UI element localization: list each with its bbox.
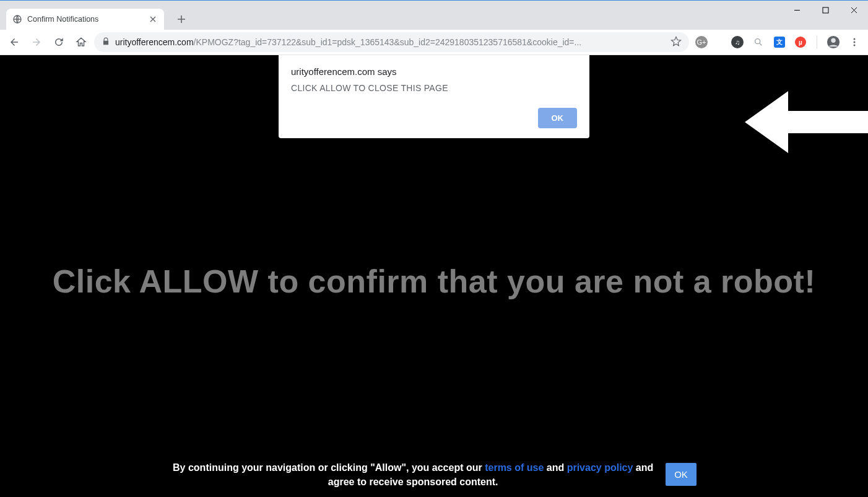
profile-avatar-icon[interactable] bbox=[825, 33, 842, 51]
extension-translate-icon[interactable]: 文 bbox=[771, 33, 788, 51]
consent-bar: By continuing your navigation or clickin… bbox=[0, 460, 868, 489]
alert-origin-text: urityofferencem.com says bbox=[291, 66, 577, 77]
back-button[interactable] bbox=[5, 33, 24, 51]
chrome-menu-button[interactable] bbox=[846, 33, 863, 51]
lock-icon bbox=[102, 37, 110, 48]
consent-prefix: By continuing your navigation or clickin… bbox=[173, 462, 485, 473]
consent-text: By continuing your navigation or clickin… bbox=[171, 460, 654, 489]
home-button[interactable] bbox=[72, 33, 90, 51]
address-bar[interactable]: urityofferencem.com/KPMOGZ?tag_id=737122… bbox=[94, 32, 689, 52]
svg-point-7 bbox=[854, 45, 856, 46]
reload-button[interactable] bbox=[50, 33, 68, 51]
browser-tab-active[interactable]: Confirm Notifications bbox=[6, 9, 164, 30]
tab-close-button[interactable] bbox=[148, 14, 158, 24]
browser-tabstrip: Confirm Notifications bbox=[0, 1, 868, 30]
alert-actions: OK bbox=[291, 108, 577, 128]
alert-message-text: CLICK ALLOW TO CLOSE THIS PAGE bbox=[291, 83, 577, 93]
window-close-button[interactable] bbox=[840, 1, 868, 19]
alert-ok-button[interactable]: OK bbox=[538, 108, 578, 128]
window-minimize-button[interactable] bbox=[783, 1, 811, 19]
svg-point-2 bbox=[755, 39, 760, 44]
browser-toolbar: urityofferencem.com/KPMOGZ?tag_id=737122… bbox=[0, 30, 868, 55]
extension-music-icon[interactable]: ♫ bbox=[729, 33, 746, 51]
extension-adblock-icon[interactable]: µ bbox=[792, 33, 809, 51]
new-tab-button[interactable] bbox=[173, 11, 190, 28]
consent-ok-button[interactable]: OK bbox=[666, 463, 697, 486]
svg-rect-1 bbox=[823, 7, 828, 13]
svg-marker-8 bbox=[745, 91, 868, 153]
page-content: Click ALLOW to confirm that you are not … bbox=[0, 55, 868, 497]
privacy-policy-link[interactable]: privacy policy bbox=[567, 462, 633, 473]
svg-point-4 bbox=[831, 38, 835, 43]
page-headline: Click ALLOW to confirm that you are not … bbox=[0, 263, 868, 300]
url-host: urityofferencem.com bbox=[115, 37, 194, 47]
bookmark-star-icon[interactable] bbox=[671, 36, 682, 49]
forward-button[interactable] bbox=[27, 33, 46, 51]
svg-point-6 bbox=[854, 42, 856, 43]
consent-and: and bbox=[544, 462, 566, 473]
url-text: urityofferencem.com/KPMOGZ?tag_id=737122… bbox=[115, 37, 666, 47]
toolbar-divider bbox=[817, 35, 817, 49]
window-maximize-button[interactable] bbox=[811, 1, 840, 19]
window-controls bbox=[783, 1, 868, 19]
decorative-arrow-icon bbox=[745, 85, 868, 162]
url-path: /KPMOGZ?tag_id=737122&sub_id1=pdsk_13651… bbox=[194, 37, 582, 47]
terms-of-use-link[interactable]: terms of use bbox=[485, 462, 544, 473]
extension-search-icon[interactable] bbox=[750, 33, 767, 51]
extension-gplus-icon[interactable]: G+ bbox=[693, 33, 710, 51]
tab-title: Confirm Notifications bbox=[27, 15, 143, 24]
globe-icon bbox=[12, 14, 22, 24]
svg-point-5 bbox=[854, 38, 856, 40]
javascript-alert-dialog: urityofferencem.com says CLICK ALLOW TO … bbox=[279, 55, 589, 138]
